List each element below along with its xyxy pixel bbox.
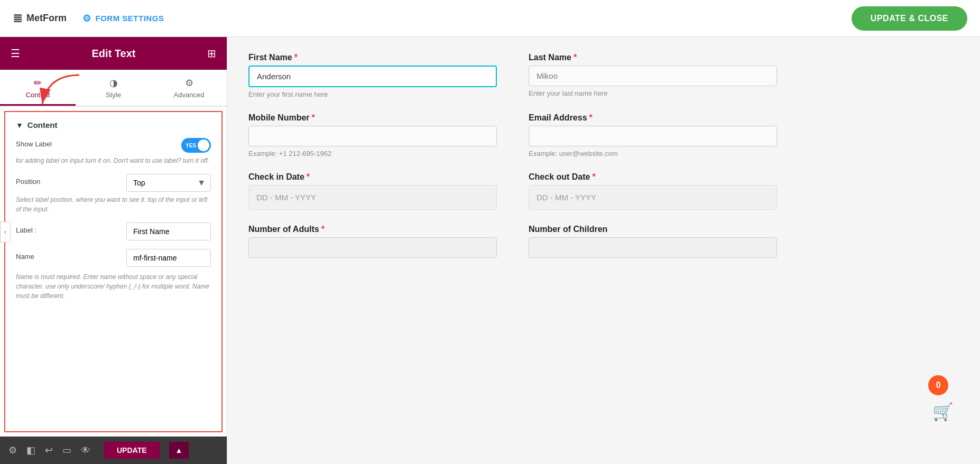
check-in-date-group: Check in Date* DD - MM - YYYY	[248, 172, 497, 210]
logo: ≣ MetForm	[13, 12, 67, 25]
email-address-label: Email Address*	[529, 113, 777, 123]
last-name-hint: Enter your last name here	[529, 89, 777, 97]
grid-icon[interactable]: ⊞	[207, 47, 216, 60]
email-required: *	[589, 113, 593, 122]
chevron-left-icon: ‹	[4, 228, 6, 236]
update-arrow-button[interactable]: ▲	[169, 442, 189, 459]
number-of-adults-input[interactable]	[248, 237, 497, 258]
right-area: First Name* Enter your first name here L…	[227, 37, 980, 464]
show-label-toggle[interactable]: YES	[181, 138, 211, 153]
bottom-bar: ⚙ ◧ ↩ ▭ 👁 UPDATE ▲	[0, 437, 227, 464]
panel-title: Edit Text	[92, 48, 136, 60]
label-name-row: Label :	[16, 222, 211, 240]
tab-advanced[interactable]: ⚙ Advanced	[151, 70, 227, 106]
panel-content: ▼ Content Show Label YES for adding labe…	[4, 111, 223, 432]
show-label-hint: for adding label on input turn it on. Do…	[16, 156, 211, 165]
name-field-row: Name Name is must required. Enter name w…	[16, 249, 211, 301]
update-button[interactable]: UPDATE	[104, 442, 160, 459]
email-input[interactable]	[529, 126, 777, 146]
pencil-icon: ✏	[34, 77, 42, 89]
position-hint: Select label position. where you want to…	[16, 195, 211, 214]
settings-icon[interactable]: ⚙	[8, 444, 17, 456]
position-row: Position Top Left ▼	[16, 174, 211, 192]
mobile-number-input[interactable]	[248, 126, 497, 146]
collapse-panel-button[interactable]: ‹	[0, 221, 11, 243]
check-out-required: *	[592, 172, 595, 181]
check-out-date-label: Check out Date*	[529, 172, 777, 182]
menu-icon[interactable]: ☰	[11, 47, 20, 60]
name-hint: Name is must required. Enter name withou…	[16, 272, 211, 301]
top-bar: ≣ MetForm ⚙ FORM SETTINGS UPDATE & CLOSE	[0, 0, 980, 37]
tab-style-label: Style	[106, 91, 121, 99]
tab-advanced-label: Advanced	[174, 91, 205, 99]
mobile-required: *	[312, 113, 315, 122]
label-field-row: Label :	[16, 222, 211, 240]
show-label-text: Show Label	[16, 140, 52, 148]
update-close-button[interactable]: UPDATE & CLOSE	[852, 6, 967, 31]
number-of-children-group: Number of Children	[529, 225, 777, 258]
email-address-group: Email Address* Example: user@website.com	[529, 113, 777, 157]
advanced-icon: ⚙	[185, 77, 193, 89]
check-in-required: *	[307, 172, 310, 181]
responsive-icon[interactable]: ▭	[62, 444, 71, 456]
section-arrow-icon: ▼	[16, 121, 23, 129]
position-label: Position	[16, 178, 40, 185]
label-input[interactable]	[126, 222, 211, 240]
number-of-adults-group: Number of Adults*	[248, 225, 497, 258]
mobile-hint: Example: +1 212-695-1962	[248, 150, 497, 157]
check-out-placeholder: DD - MM - YYYY	[537, 193, 596, 202]
last-name-required: *	[574, 53, 577, 62]
adults-required: *	[321, 225, 325, 234]
cart-icon[interactable]: 🛒	[932, 402, 954, 422]
last-name-input[interactable]	[529, 66, 777, 86]
check-out-date-group: Check out Date* DD - MM - YYYY	[529, 172, 777, 210]
label-field-label: Label :	[16, 226, 36, 234]
tab-content-label: Content	[26, 91, 50, 99]
first-name-required: *	[294, 53, 298, 62]
first-name-hint: Enter your first name here	[248, 90, 497, 98]
first-name-group: First Name* Enter your first name here	[248, 53, 497, 98]
check-in-date-input[interactable]: DD - MM - YYYY	[248, 185, 497, 210]
cart-count: 0	[936, 381, 941, 390]
position-select[interactable]: Top Left	[126, 174, 211, 192]
form-grid: First Name* Enter your first name here L…	[248, 53, 777, 258]
logo-icon: ≣	[13, 12, 22, 25]
toggle-yes-text: YES	[186, 143, 196, 149]
number-of-children-label: Number of Children	[529, 225, 777, 234]
form-settings-button[interactable]: ⚙ FORM SETTINGS	[82, 13, 164, 24]
show-label-field: Show Label YES for adding label on input…	[16, 138, 211, 165]
history-icon[interactable]: ↩	[45, 444, 53, 456]
form-settings-label: FORM SETTINGS	[96, 14, 164, 23]
update-label: UPDATE	[117, 446, 147, 454]
eye-icon[interactable]: 👁	[81, 445, 90, 456]
update-close-label: UPDATE & CLOSE	[871, 14, 948, 23]
tabs-bar: ✏ Content ◑ Style ⚙ Advanced	[0, 70, 227, 107]
layers-icon[interactable]: ◧	[26, 444, 35, 456]
logo-text: MetForm	[26, 13, 67, 24]
section-title: ▼ Content	[16, 120, 211, 129]
name-input[interactable]	[126, 249, 211, 267]
number-of-children-input[interactable]	[529, 237, 777, 258]
main-layout: ☰ Edit Text ⊞ ✏ Content ◑ S	[0, 37, 980, 464]
check-out-date-input[interactable]: DD - MM - YYYY	[529, 185, 777, 210]
first-name-input[interactable]	[248, 66, 497, 87]
tab-content[interactable]: ✏ Content	[0, 70, 76, 106]
first-name-label: First Name*	[248, 53, 497, 62]
last-name-group: Last Name* Enter your last name here	[529, 53, 777, 98]
position-field: Position Top Left ▼ Select label positio…	[16, 174, 211, 214]
last-name-label: Last Name*	[529, 53, 777, 62]
left-panel: ☰ Edit Text ⊞ ✏ Content ◑ S	[0, 37, 227, 464]
toggle-knob	[198, 140, 209, 151]
mobile-number-group: Mobile Number* Example: +1 212-695-1962	[248, 113, 497, 157]
tab-style[interactable]: ◑ Style	[76, 70, 151, 106]
check-in-date-label: Check in Date*	[248, 172, 497, 182]
name-row: Name	[16, 249, 211, 267]
email-hint: Example: user@website.com	[529, 150, 777, 157]
toggle-row: Show Label YES	[16, 138, 211, 153]
content-section: ▼ Content Show Label YES for adding labe…	[5, 112, 221, 318]
section-title-text: Content	[27, 120, 58, 129]
number-of-adults-label: Number of Adults*	[248, 225, 497, 234]
style-icon: ◑	[109, 77, 118, 89]
panel-header: ☰ Edit Text ⊞	[0, 37, 227, 70]
position-select-wrapper: Top Left ▼	[126, 174, 211, 192]
